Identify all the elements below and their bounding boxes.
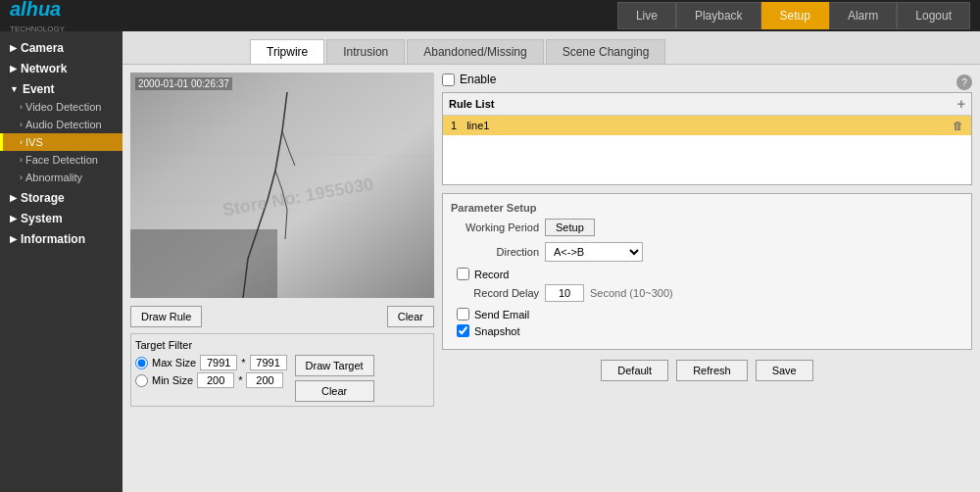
arrow-icon-system: ▶	[10, 214, 17, 223]
arrow-icon-event: ▼	[10, 84, 19, 94]
direction-label: Direction	[451, 246, 539, 258]
working-period-row: Working Period Setup	[451, 219, 963, 236]
send-email-row: Send Email	[457, 308, 963, 320]
sidebar-item-face-detection[interactable]: › Face Detection	[0, 151, 122, 169]
save-button[interactable]: Save	[756, 360, 813, 381]
arrow-icon-vd: ›	[20, 102, 23, 112]
snapshot-row: Snapshot	[457, 324, 963, 337]
enable-label: Enable	[460, 73, 496, 86]
arrow-icon-ad: ›	[20, 120, 23, 129]
video-feed	[130, 73, 434, 298]
sidebar-item-video-detection[interactable]: › Video Detection	[0, 98, 122, 116]
refresh-button[interactable]: Refresh	[676, 360, 748, 381]
min-size-label: Min Size	[152, 374, 193, 386]
bottom-buttons: Default Refresh Save	[442, 360, 972, 381]
max-width-input[interactable]	[200, 355, 237, 370]
record-checkbox[interactable]	[457, 268, 469, 280]
nav-logout[interactable]: Logout	[897, 2, 970, 29]
arrow-icon-ivs: ›	[20, 137, 23, 147]
sidebar-section-event[interactable]: ▼ Event	[0, 77, 122, 98]
logo: alhua TECHNOLOGY	[10, 0, 65, 33]
tab-tripwire[interactable]: Tripwire	[250, 39, 324, 64]
arrow-icon-fd: ›	[20, 155, 23, 165]
video-panel: 2000-01-01 00:26:37 Store No: 1955030 Dr…	[130, 73, 434, 478]
rule-list-label: Rule List	[449, 98, 494, 110]
top-nav: Live Playback Setup Alarm Logout	[617, 2, 970, 29]
nav-setup[interactable]: Setup	[761, 2, 829, 29]
rule-delete-icon[interactable]: 🗑	[953, 120, 963, 131]
sidebar-section-network[interactable]: ▶ Network	[0, 57, 122, 77]
svg-rect-1	[130, 229, 277, 298]
rule-add-icon[interactable]: +	[957, 96, 965, 112]
arrow-icon-storage: ▶	[10, 193, 17, 203]
rule-list-box: Rule List + 1 line1 🗑	[442, 92, 972, 185]
sidebar-section-camera[interactable]: ▶ Camera	[0, 36, 122, 57]
arrow-icon: ▶	[10, 43, 17, 53]
record-label: Record	[474, 269, 509, 280]
draw-target-button[interactable]: Draw Target	[295, 355, 374, 376]
sidebar-item-audio-detection[interactable]: › Audio Detection	[0, 116, 122, 133]
table-row: 1 line1 🗑	[443, 116, 971, 135]
content-area: Tripwire Intrusion Abandoned/Missing Sce…	[122, 31, 980, 492]
snapshot-label: Snapshot	[474, 325, 519, 337]
direction-select[interactable]: A->B B->A A<->B	[545, 242, 643, 262]
default-button[interactable]: Default	[601, 360, 668, 381]
arrow-icon-network: ▶	[10, 64, 17, 74]
record-delay-input[interactable]	[545, 284, 584, 302]
send-email-label: Send Email	[474, 309, 529, 320]
clear2-button[interactable]: Clear	[295, 380, 374, 402]
rule-name: line1	[457, 120, 953, 131]
min-height-input[interactable]	[246, 372, 283, 388]
clear-button[interactable]: Clear	[387, 306, 434, 327]
tab-abandoned-missing[interactable]: Abandoned/Missing	[407, 39, 543, 64]
nav-live[interactable]: Live	[617, 2, 676, 29]
min-size-radio[interactable]	[135, 374, 148, 387]
snapshot-checkbox[interactable]	[457, 324, 469, 337]
right-panel: Enable Rule List + 1 line1 🗑	[442, 73, 972, 478]
logo-text: alhua	[10, 0, 65, 21]
direction-row: Direction A->B B->A A<->B	[451, 242, 963, 262]
tab-bar: Tripwire Intrusion Abandoned/Missing Sce…	[122, 31, 980, 65]
draw-rule-button[interactable]: Draw Rule	[130, 306, 202, 327]
rule-list-header: Rule List +	[443, 93, 971, 116]
arrow-icon-info: ▶	[10, 234, 17, 244]
video-timestamp: 2000-01-01 00:26:37	[135, 77, 232, 90]
max-height-input[interactable]	[250, 355, 287, 370]
sidebar: ▶ Camera ▶ Network ▼ Event › Video Detec…	[0, 31, 122, 492]
record-row: Record	[457, 268, 963, 280]
enable-row: Enable	[442, 73, 972, 86]
record-delay-row: Record Delay Second (10~300)	[451, 284, 963, 302]
tab-scene-changing[interactable]: Scene Changing	[546, 39, 666, 64]
max-size-radio[interactable]	[135, 357, 148, 369]
sidebar-section-system[interactable]: ▶ System	[0, 207, 122, 227]
min-width-input[interactable]	[197, 372, 234, 388]
arrow-icon-ab: ›	[20, 172, 23, 182]
target-filter-label: Target Filter	[135, 339, 192, 351]
nav-alarm[interactable]: Alarm	[829, 2, 897, 29]
nav-playback[interactable]: Playback	[676, 2, 761, 29]
record-delay-label: Record Delay	[451, 287, 539, 299]
sep1: *	[241, 357, 245, 369]
param-setup-box: Parameter Setup Working Period Setup Dir…	[442, 193, 972, 350]
max-size-label: Max Size	[152, 357, 196, 369]
target-filter: Target Filter Max Size *	[130, 333, 434, 407]
working-period-label: Working Period	[451, 221, 539, 233]
send-email-checkbox[interactable]	[457, 308, 469, 320]
param-setup-title: Parameter Setup	[451, 202, 963, 214]
sidebar-section-storage[interactable]: ▶ Storage	[0, 186, 122, 207]
sidebar-section-information[interactable]: ▶ Information	[0, 227, 122, 248]
tab-intrusion[interactable]: Intrusion	[326, 39, 405, 64]
enable-checkbox[interactable]	[442, 74, 455, 86]
working-period-setup-btn[interactable]: Setup	[545, 219, 595, 236]
help-icon[interactable]: ?	[956, 74, 972, 90]
video-box: 2000-01-01 00:26:37 Store No: 1955030	[130, 73, 434, 298]
top-bar: alhua TECHNOLOGY Live Playback Setup Ala…	[0, 0, 980, 31]
sidebar-item-abnormality[interactable]: › Abnormality	[0, 169, 122, 186]
record-delay-unit: Second (10~300)	[590, 287, 673, 299]
sep2: *	[238, 374, 242, 386]
sidebar-item-ivs[interactable]: › IVS	[0, 133, 122, 151]
